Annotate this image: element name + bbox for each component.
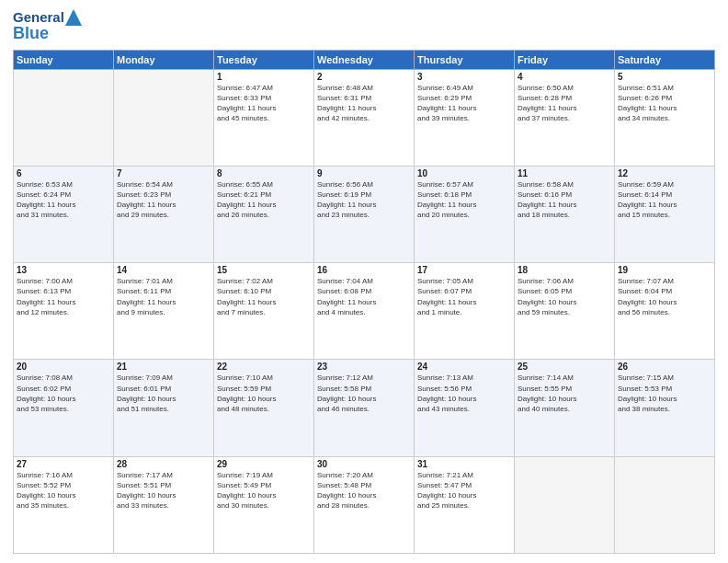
calendar-cell: 31Sunrise: 7:21 AM Sunset: 5:47 PM Dayli… <box>415 456 515 553</box>
day-info: Sunrise: 7:16 AM Sunset: 5:52 PM Dayligh… <box>17 470 110 511</box>
day-number: 18 <box>518 265 611 275</box>
day-info: Sunrise: 7:08 AM Sunset: 6:02 PM Dayligh… <box>17 373 110 414</box>
day-number: 7 <box>117 168 210 178</box>
calendar-cell <box>615 456 715 553</box>
day-info: Sunrise: 7:21 AM Sunset: 5:47 PM Dayligh… <box>417 470 511 511</box>
day-info: Sunrise: 6:48 AM Sunset: 6:31 PM Dayligh… <box>317 83 411 124</box>
day-info: Sunrise: 6:59 AM Sunset: 6:14 PM Dayligh… <box>618 179 711 221</box>
day-number: 8 <box>217 168 311 178</box>
day-info: Sunrise: 6:56 AM Sunset: 6:19 PM Dayligh… <box>317 179 411 221</box>
page: General Blue Sunday Monday Tuesday Wedne… <box>0 0 728 563</box>
calendar-cell: 1Sunrise: 6:47 AM Sunset: 6:33 PM Daylig… <box>214 69 314 166</box>
day-number: 25 <box>518 362 611 372</box>
calendar-week-row: 27Sunrise: 7:16 AM Sunset: 5:52 PM Dayli… <box>14 456 715 553</box>
day-number: 5 <box>618 72 711 82</box>
calendar-cell: 8Sunrise: 6:55 AM Sunset: 6:21 PM Daylig… <box>214 166 314 262</box>
day-info: Sunrise: 7:04 AM Sunset: 6:08 PM Dayligh… <box>317 276 411 317</box>
calendar-cell: 6Sunrise: 6:53 AM Sunset: 6:24 PM Daylig… <box>14 166 114 262</box>
day-number: 10 <box>417 168 511 178</box>
day-number: 27 <box>17 459 110 469</box>
day-number: 28 <box>117 459 210 469</box>
day-info: Sunrise: 7:09 AM Sunset: 6:01 PM Dayligh… <box>117 373 210 414</box>
header: General Blue <box>13 9 715 44</box>
day-info: Sunrise: 6:54 AM Sunset: 6:23 PM Dayligh… <box>117 179 210 221</box>
col-monday: Monday <box>114 50 214 69</box>
calendar-cell: 20Sunrise: 7:08 AM Sunset: 6:02 PM Dayli… <box>14 360 114 456</box>
day-info: Sunrise: 7:07 AM Sunset: 6:04 PM Dayligh… <box>618 276 711 317</box>
day-info: Sunrise: 6:57 AM Sunset: 6:18 PM Dayligh… <box>417 179 511 221</box>
day-number: 6 <box>17 168 110 178</box>
day-number: 13 <box>17 265 110 275</box>
day-info: Sunrise: 7:15 AM Sunset: 5:53 PM Dayligh… <box>618 373 711 414</box>
day-number: 12 <box>618 168 711 178</box>
day-info: Sunrise: 7:01 AM Sunset: 6:11 PM Dayligh… <box>117 276 210 317</box>
day-info: Sunrise: 7:12 AM Sunset: 5:58 PM Dayligh… <box>317 373 411 414</box>
col-thursday: Thursday <box>415 50 515 69</box>
day-info: Sunrise: 6:49 AM Sunset: 6:29 PM Dayligh… <box>417 83 511 124</box>
header-row: Sunday Monday Tuesday Wednesday Thursday… <box>14 50 715 69</box>
col-tuesday: Tuesday <box>214 50 314 69</box>
calendar-cell: 21Sunrise: 7:09 AM Sunset: 6:01 PM Dayli… <box>114 360 214 456</box>
calendar-cell: 7Sunrise: 6:54 AM Sunset: 6:23 PM Daylig… <box>114 166 214 262</box>
calendar-cell: 2Sunrise: 6:48 AM Sunset: 6:31 PM Daylig… <box>314 69 415 166</box>
calendar-cell: 29Sunrise: 7:19 AM Sunset: 5:49 PM Dayli… <box>214 456 314 553</box>
calendar-cell: 3Sunrise: 6:49 AM Sunset: 6:29 PM Daylig… <box>415 69 515 166</box>
calendar-table: Sunday Monday Tuesday Wednesday Thursday… <box>13 50 715 554</box>
day-info: Sunrise: 7:10 AM Sunset: 5:59 PM Dayligh… <box>217 373 311 414</box>
day-number: 19 <box>618 265 711 275</box>
calendar-cell: 30Sunrise: 7:20 AM Sunset: 5:48 PM Dayli… <box>314 456 415 553</box>
day-number: 21 <box>117 362 210 372</box>
calendar-cell: 15Sunrise: 7:02 AM Sunset: 6:10 PM Dayli… <box>214 263 314 360</box>
calendar-cell: 27Sunrise: 7:16 AM Sunset: 5:52 PM Dayli… <box>14 456 114 553</box>
calendar-cell: 4Sunrise: 6:50 AM Sunset: 6:28 PM Daylig… <box>515 69 615 166</box>
calendar-week-row: 20Sunrise: 7:08 AM Sunset: 6:02 PM Dayli… <box>14 360 715 456</box>
calendar-cell: 17Sunrise: 7:05 AM Sunset: 6:07 PM Dayli… <box>415 263 515 360</box>
col-wednesday: Wednesday <box>314 50 415 69</box>
calendar-cell: 18Sunrise: 7:06 AM Sunset: 6:05 PM Dayli… <box>515 263 615 360</box>
calendar-cell: 5Sunrise: 6:51 AM Sunset: 6:26 PM Daylig… <box>615 69 715 166</box>
calendar-cell: 22Sunrise: 7:10 AM Sunset: 5:59 PM Dayli… <box>214 360 314 456</box>
calendar-cell <box>14 69 114 166</box>
day-number: 4 <box>518 72 611 82</box>
col-friday: Friday <box>515 50 615 69</box>
logo-blue-text: Blue <box>13 24 82 44</box>
day-number: 3 <box>417 72 511 82</box>
day-number: 24 <box>417 362 511 372</box>
calendar-cell: 24Sunrise: 7:13 AM Sunset: 5:56 PM Dayli… <box>415 360 515 456</box>
calendar-cell: 13Sunrise: 7:00 AM Sunset: 6:13 PM Dayli… <box>14 263 114 360</box>
day-info: Sunrise: 6:50 AM Sunset: 6:28 PM Dayligh… <box>518 83 611 124</box>
day-info: Sunrise: 7:17 AM Sunset: 5:51 PM Dayligh… <box>117 470 210 511</box>
day-number: 11 <box>518 168 611 178</box>
day-info: Sunrise: 7:14 AM Sunset: 5:55 PM Dayligh… <box>518 373 611 414</box>
calendar-cell: 23Sunrise: 7:12 AM Sunset: 5:58 PM Dayli… <box>314 360 415 456</box>
day-number: 23 <box>317 362 411 372</box>
calendar-cell: 9Sunrise: 6:56 AM Sunset: 6:19 PM Daylig… <box>314 166 415 262</box>
day-info: Sunrise: 7:19 AM Sunset: 5:49 PM Dayligh… <box>217 470 311 511</box>
day-number: 15 <box>217 265 311 275</box>
calendar-cell <box>515 456 615 553</box>
col-saturday: Saturday <box>615 50 715 69</box>
day-info: Sunrise: 6:47 AM Sunset: 6:33 PM Dayligh… <box>217 83 311 124</box>
calendar-week-row: 13Sunrise: 7:00 AM Sunset: 6:13 PM Dayli… <box>14 263 715 360</box>
calendar-cell: 10Sunrise: 6:57 AM Sunset: 6:18 PM Dayli… <box>415 166 515 262</box>
calendar-week-row: 6Sunrise: 6:53 AM Sunset: 6:24 PM Daylig… <box>14 166 715 262</box>
calendar-cell: 25Sunrise: 7:14 AM Sunset: 5:55 PM Dayli… <box>515 360 615 456</box>
day-number: 17 <box>417 265 511 275</box>
calendar-cell: 19Sunrise: 7:07 AM Sunset: 6:04 PM Dayli… <box>615 263 715 360</box>
calendar-cell: 28Sunrise: 7:17 AM Sunset: 5:51 PM Dayli… <box>114 456 214 553</box>
day-number: 9 <box>317 168 411 178</box>
day-info: Sunrise: 6:55 AM Sunset: 6:21 PM Dayligh… <box>217 179 311 221</box>
day-info: Sunrise: 7:02 AM Sunset: 6:10 PM Dayligh… <box>217 276 311 317</box>
day-info: Sunrise: 6:51 AM Sunset: 6:26 PM Dayligh… <box>618 83 711 124</box>
calendar-week-row: 1Sunrise: 6:47 AM Sunset: 6:33 PM Daylig… <box>14 69 715 166</box>
calendar-cell: 12Sunrise: 6:59 AM Sunset: 6:14 PM Dayli… <box>615 166 715 262</box>
day-info: Sunrise: 6:53 AM Sunset: 6:24 PM Dayligh… <box>17 179 110 221</box>
day-info: Sunrise: 7:13 AM Sunset: 5:56 PM Dayligh… <box>417 373 511 414</box>
day-number: 16 <box>317 265 411 275</box>
day-info: Sunrise: 7:05 AM Sunset: 6:07 PM Dayligh… <box>417 276 511 317</box>
day-number: 20 <box>17 362 110 372</box>
calendar-cell: 26Sunrise: 7:15 AM Sunset: 5:53 PM Dayli… <box>615 360 715 456</box>
day-number: 26 <box>618 362 711 372</box>
calendar-cell: 11Sunrise: 6:58 AM Sunset: 6:16 PM Dayli… <box>515 166 615 262</box>
calendar-cell: 14Sunrise: 7:01 AM Sunset: 6:11 PM Dayli… <box>114 263 214 360</box>
